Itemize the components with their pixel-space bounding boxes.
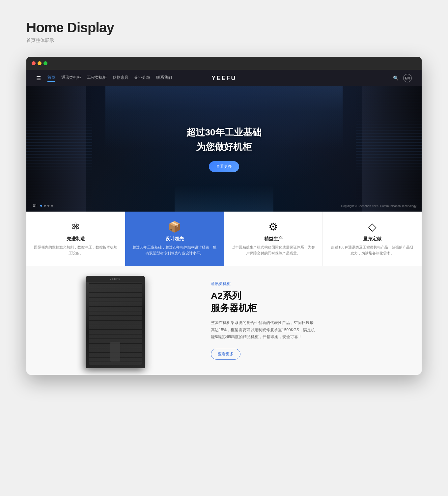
- feature-title-design: 设计领先: [165, 236, 184, 242]
- product-title: A2系列 服务器机柜: [211, 290, 408, 314]
- feature-desc-manufacturing: 国际领先的数控激光切割，数控冲压，数控折弯板加工设备。: [33, 245, 118, 256]
- product-section: YEEFU 通讯类机柜 A2系列 服务器机柜 整套在机柜架系统的复合性创新的代表…: [26, 266, 422, 375]
- hero-section: 超过30年工业基础 为您做好机柜 查看更多 01 Copyright © She…: [26, 86, 422, 212]
- hero-floor: [175, 185, 273, 212]
- hero-title-sub: 为您做好机柜: [186, 140, 261, 153]
- nav-link-furniture[interactable]: 储物家具: [113, 75, 128, 82]
- feature-desc-production: 以丰田精益生产模式构建国际化质量保证体系，为客户保障交付的同时保障产品质量。: [231, 245, 316, 256]
- feature-desc-custom: 超过100种通讯类及工程类机柜产品，超强的产品研发力，为满足各制化需求。: [329, 245, 415, 256]
- browser-dot-red[interactable]: [32, 61, 36, 65]
- nav-link-comms[interactable]: 通讯类机柜: [61, 75, 81, 82]
- hamburger-icon[interactable]: ☰: [36, 75, 41, 81]
- hero-footer: 01: [33, 204, 53, 208]
- hero-cta-button[interactable]: 查看更多: [209, 161, 239, 172]
- features-row: ⚛ 先进制造 国际领先的数控激光切割，数控冲压，数控折弯板加工设备。 📦 设计领…: [26, 212, 422, 266]
- browser-dot-green[interactable]: [43, 61, 47, 65]
- feature-card-design: 📦 设计领先 超过30年工业基础，超过20年柜体结构设计经验，独有双塑型材专利领…: [125, 212, 224, 266]
- slide-number: 01: [33, 204, 37, 208]
- product-image-area: YEEFU: [26, 266, 204, 375]
- nav-brand: YEEFU: [211, 75, 236, 82]
- feature-desc-design: 超过30年工业基础，超过20年柜体结构设计经验，独有双塑型材专利领先行业设计水平…: [132, 245, 217, 256]
- search-icon[interactable]: 🔍: [393, 75, 399, 81]
- website-content: ☰ 首页 通讯类机柜 工程类机柜 储物家具 企业介绍 联系我们 YEEFU 🔍 …: [26, 70, 422, 375]
- browser-dot-yellow[interactable]: [38, 61, 42, 65]
- feature-icon-box: 📦: [168, 221, 181, 232]
- nav-link-home[interactable]: 首页: [47, 75, 55, 82]
- product-info: 通讯类机柜 A2系列 服务器机柜 整套在机柜架系统的复合性创新的代表性产品，空间…: [204, 266, 422, 375]
- nav-link-engineering[interactable]: 工程类机柜: [87, 75, 107, 82]
- hero-title-main: 超过30年工业基础: [186, 126, 261, 139]
- page-header: Home Display 首页整体展示: [26, 20, 422, 44]
- browser-bar: [26, 57, 422, 70]
- nav-right: 🔍 EN: [393, 74, 412, 82]
- hero-copyright: Copyright © Shenzhen Yeefu Communication…: [341, 204, 417, 208]
- site-nav: ☰ 首页 通讯类机柜 工程类机柜 储物家具 企业介绍 联系我们 YEEFU 🔍 …: [26, 70, 422, 86]
- feature-icon-atom: ⚛: [71, 221, 80, 232]
- nav-link-contact[interactable]: 联系我们: [156, 75, 172, 82]
- hero-dot-3[interactable]: [47, 205, 49, 207]
- cabinet-top: YEEFU: [86, 276, 145, 282]
- page-subtitle: 首页整体展示: [26, 38, 422, 44]
- browser-mockup: ☰ 首页 通讯类机柜 工程类机柜 储物家具 企业介绍 联系我们 YEEFU 🔍 …: [26, 57, 422, 375]
- hero-dots: [40, 205, 53, 207]
- nav-link-about[interactable]: 企业介绍: [134, 75, 150, 82]
- page-title: Home Display: [26, 20, 422, 36]
- feature-title-production: 精益生产: [264, 236, 283, 242]
- browser-dots: [32, 61, 47, 65]
- feature-card-manufacturing: ⚛ 先进制造 国际领先的数控激光切割，数控冲压，数控折弯板加工设备。: [26, 212, 125, 266]
- feature-icon-gear: ⚙: [268, 221, 278, 232]
- hero-dot-2[interactable]: [44, 205, 46, 207]
- cabinet-brand-label: YEEFU: [110, 278, 121, 280]
- hero-dot-4[interactable]: [51, 205, 53, 207]
- hero-dot-1[interactable]: [40, 205, 42, 207]
- lang-switcher[interactable]: EN: [403, 74, 412, 82]
- server-cabinet: YEEFU: [86, 276, 145, 368]
- feature-title-manufacturing: 先进制造: [67, 236, 85, 242]
- product-description: 整套在机柜架系统的复合性创新的代表性产品，空间拓展最高达15%，框架需要可以定制…: [211, 319, 316, 341]
- feature-icon-diamond: ◇: [368, 221, 377, 232]
- cabinet-handle: [110, 342, 120, 362]
- feature-title-custom: 量身定做: [363, 236, 381, 242]
- feature-card-custom: ◇ 量身定做 超过100种通讯类及工程类机柜产品，超强的产品研发力，为满足各制化…: [323, 212, 422, 266]
- product-cta-button[interactable]: 查看更多: [211, 349, 240, 360]
- hero-text: 超过30年工业基础 为您做好机柜 查看更多: [186, 126, 261, 172]
- page-wrapper: Home Display 首页整体展示 ☰ 首页 通讯类机柜 工程类机柜 储物家…: [0, 0, 448, 394]
- feature-card-production: ⚙ 精益生产 以丰田精益生产模式构建国际化质量保证体系，为客户保障交付的同时保障…: [224, 212, 323, 266]
- product-category: 通讯类机柜: [211, 281, 408, 287]
